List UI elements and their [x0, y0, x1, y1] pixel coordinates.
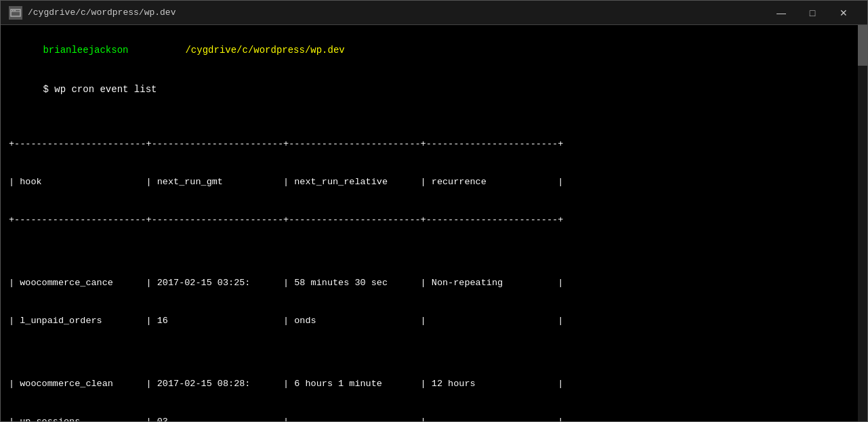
command-line: $ wp cron event list [9, 70, 859, 110]
prompt-user-path: brianleejackson /cygdrive/c/wordpress/wp… [9, 30, 859, 70]
window-controls: — □ ✕ [766, 1, 859, 25]
titlebar: /cygdrive/c/wordpress/wp.dev — □ ✕ [1, 1, 867, 25]
scrollbar[interactable] [858, 25, 867, 421]
current-path: /cygdrive/c/wordpress/wp.dev [185, 45, 344, 56]
table-row: | l_unpaid_orders | 16 | onds | | [9, 315, 859, 328]
separator-top: +------------------------+--------------… [9, 138, 859, 151]
separator-mid: +------------------------+--------------… [9, 214, 859, 227]
maximize-button[interactable]: □ [797, 1, 828, 25]
command-text: $ wp cron event list [43, 84, 157, 95]
scrollbar-thumb[interactable] [858, 25, 867, 66]
svg-rect-3 [14, 10, 16, 12]
table-row: | woocommerce_clean | 2017-02-15 08:28: … [9, 378, 859, 391]
cron-table: +------------------------+--------------… [9, 113, 859, 421]
svg-rect-2 [12, 10, 14, 12]
table-row: | woocommerce_cance | 2017-02-15 03:25: … [9, 277, 859, 290]
window-title: /cygdrive/c/wordpress/wp.dev [28, 7, 766, 18]
minimize-button[interactable]: — [766, 1, 797, 25]
window-icon [9, 6, 22, 20]
table-header: | hook | next_run_gmt | next_run_relativ… [9, 176, 859, 189]
table-row: | up_sessions | 03 | | | [9, 416, 859, 421]
username: brianleejackson [43, 45, 128, 56]
terminal-window: /cygdrive/c/wordpress/wp.dev — □ ✕ brian… [0, 0, 868, 422]
close-button[interactable]: ✕ [828, 1, 859, 25]
terminal-content[interactable]: brianleejackson /cygdrive/c/wordpress/wp… [1, 25, 867, 421]
